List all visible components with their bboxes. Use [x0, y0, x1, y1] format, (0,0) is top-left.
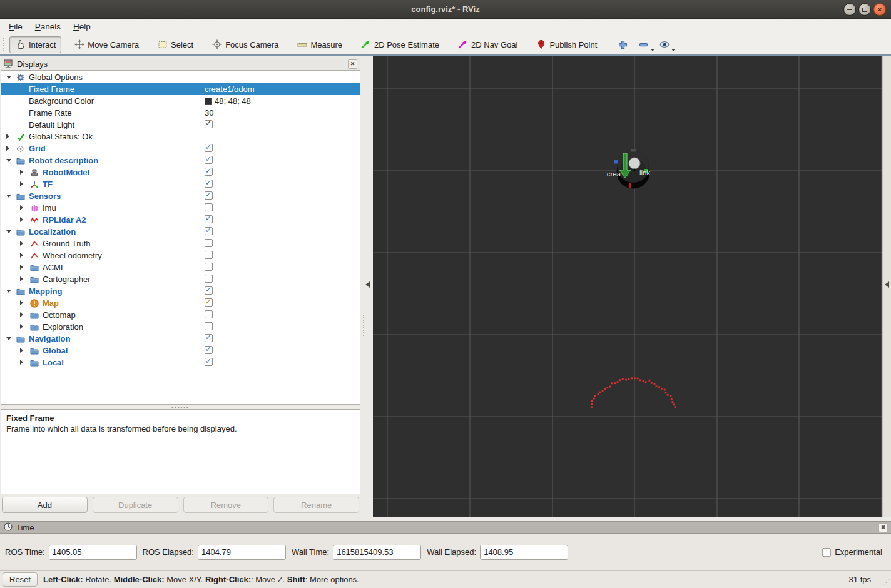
panel-splitter[interactable]: ••••••: [1, 405, 360, 409]
title-bar[interactable]: config.rviz* - RViz ×: [0, 0, 891, 19]
tree-row-localization[interactable]: Localization✓: [1, 226, 360, 238]
render-viewport[interactable]: crealink: [373, 56, 882, 517]
checkbox-checked[interactable]: ✓: [205, 227, 213, 235]
tree-value[interactable]: create1/odom: [205, 84, 255, 94]
tree-row-fixed-frame[interactable]: Fixed Framecreate1/odom: [1, 83, 360, 95]
tree-row-ground-truth[interactable]: Ground Truth: [1, 238, 360, 250]
tree-value[interactable]: ✓: [205, 227, 213, 235]
tree-row-exploration[interactable]: Exploration: [1, 321, 360, 333]
expander-closed-icon[interactable]: [20, 348, 23, 353]
checkbox-unchecked[interactable]: [205, 310, 213, 318]
checkbox-unchecked[interactable]: [205, 203, 213, 211]
wall-elapsed-input[interactable]: [480, 545, 568, 560]
tree-row-local[interactable]: Local✓: [1, 357, 360, 368]
tree-row-background-color[interactable]: Background Color48; 48; 48: [1, 95, 360, 107]
checkbox-checked[interactable]: ✓: [205, 346, 213, 354]
tree-value[interactable]: [205, 239, 213, 247]
tree-row-sensors[interactable]: Sensors✓: [1, 190, 360, 202]
checkbox-unchecked[interactable]: [205, 263, 213, 271]
close-button[interactable]: ×: [873, 3, 886, 16]
tree-row-default-light[interactable]: Default Light✓: [1, 119, 360, 131]
time-panel-header[interactable]: Time ✖: [0, 521, 891, 534]
tool-focus-camera[interactable]: Focus Camera: [206, 36, 284, 53]
tree-value[interactable]: ✓: [205, 120, 213, 128]
tree-row-global[interactable]: Global✓: [1, 345, 360, 357]
expander-closed-icon[interactable]: [20, 300, 23, 305]
tree-value[interactable]: ✓: [205, 334, 213, 342]
tool-move-camera[interactable]: Move Camera: [68, 36, 145, 53]
tree-value[interactable]: [205, 310, 213, 318]
toolbar-grip[interactable]: [3, 38, 5, 51]
tree-row-global-options[interactable]: Global Options: [1, 71, 360, 83]
checkbox-unchecked[interactable]: [205, 239, 213, 247]
tree-value[interactable]: ✓: [205, 286, 213, 295]
tool-publish-point[interactable]: Publish Point: [530, 36, 603, 53]
expander-open-icon[interactable]: [6, 337, 11, 340]
menu-panels[interactable]: Panels: [29, 20, 67, 33]
time-panel-close-button[interactable]: ✖: [878, 523, 888, 532]
tool-interact[interactable]: Interact: [9, 36, 61, 53]
tool-2d-nav-goal[interactable]: 2D Nav Goal: [452, 36, 523, 53]
checkbox-checked[interactable]: ✓: [205, 180, 213, 188]
tree-value[interactable]: ✓: [205, 191, 213, 200]
tree-value[interactable]: [205, 203, 213, 211]
checkbox-checked[interactable]: ✓: [205, 168, 213, 176]
tree-row-frame-rate[interactable]: Frame Rate30: [1, 107, 360, 119]
checkbox-checked[interactable]: ✓: [205, 215, 213, 223]
tool-zoom-out-minus[interactable]: [638, 39, 649, 50]
tool-measure[interactable]: Measure: [291, 36, 348, 53]
displays-close-button[interactable]: ✖: [348, 59, 357, 69]
render-view-canvas[interactable]: crealink: [373, 56, 882, 517]
checkbox-checked[interactable]: ✓: [205, 334, 213, 342]
checkbox-checked[interactable]: ✓: [205, 286, 213, 295]
expander-open-icon[interactable]: [6, 76, 11, 79]
ros-elapsed-input[interactable]: [198, 545, 286, 560]
expander-open-icon[interactable]: [6, 290, 11, 293]
tree-row-grid[interactable]: Grid✓: [1, 143, 360, 155]
tree-row-navigation[interactable]: Navigation✓: [1, 333, 360, 345]
collapse-right-arrow-icon[interactable]: [885, 281, 889, 288]
tree-row-wheel-odometry[interactable]: Wheel odometry: [1, 250, 360, 261]
tree-value[interactable]: [205, 322, 213, 330]
tool-select[interactable]: Select: [151, 36, 199, 53]
tool-zoom-in-plus[interactable]: [618, 39, 628, 50]
expander-closed-icon[interactable]: [20, 181, 23, 186]
expander-open-icon[interactable]: [6, 230, 11, 233]
checkbox-unchecked[interactable]: [205, 322, 213, 330]
tree-value[interactable]: ✓: [205, 215, 213, 223]
add-button[interactable]: Add: [2, 497, 88, 513]
maximize-button[interactable]: [858, 3, 871, 16]
ros-time-input[interactable]: [49, 545, 137, 560]
tree-value[interactable]: ✓: [205, 358, 213, 366]
checkbox-checked[interactable]: ✓: [205, 191, 213, 200]
checkbox-checked[interactable]: ✓: [205, 358, 213, 366]
expander-closed-icon[interactable]: [20, 324, 23, 329]
tree-value[interactable]: ✓: [205, 298, 213, 307]
tree-row-rplidar-a2[interactable]: RPLidar A2✓: [1, 214, 360, 226]
minimize-button[interactable]: [843, 3, 856, 16]
tool-eye[interactable]: [659, 39, 670, 50]
collapse-left-arrow-icon[interactable]: [365, 281, 370, 288]
reset-button[interactable]: Reset: [3, 572, 38, 587]
checkbox-checked[interactable]: ✓: [205, 298, 213, 307]
expander-closed-icon[interactable]: [20, 205, 23, 210]
tree-value[interactable]: ✓: [205, 346, 213, 354]
tree-row-mapping[interactable]: Mapping✓: [1, 285, 360, 297]
expander-closed-icon[interactable]: [6, 146, 9, 151]
tree-value[interactable]: ✓: [205, 180, 213, 188]
expander-closed-icon[interactable]: [20, 170, 23, 175]
checkbox-unchecked[interactable]: [205, 251, 213, 259]
tree-row-robot-description[interactable]: Robot description✓: [1, 155, 360, 166]
displays-panel-header[interactable]: Displays ✖: [1, 58, 360, 71]
expander-closed-icon[interactable]: [20, 312, 23, 317]
checkbox-checked[interactable]: ✓: [205, 144, 213, 152]
tree-value[interactable]: [205, 275, 213, 283]
expander-closed-icon[interactable]: [20, 253, 23, 258]
tree-row-map[interactable]: Map✓: [1, 297, 360, 309]
tree-value[interactable]: [205, 263, 213, 271]
checkbox-unchecked[interactable]: [205, 275, 213, 283]
expander-closed-icon[interactable]: [20, 265, 23, 270]
expander-closed-icon[interactable]: [20, 276, 23, 281]
tree-value[interactable]: ✓: [205, 168, 213, 176]
checkbox-checked[interactable]: ✓: [205, 120, 213, 128]
